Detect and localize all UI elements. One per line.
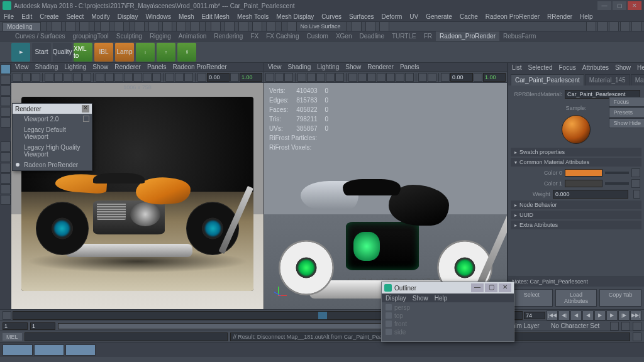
attr-section-uuid[interactable]: UUID <box>511 211 641 219</box>
range-start-input[interactable] <box>3 322 28 330</box>
shelf-tab[interactable]: FX Caching <box>262 31 303 41</box>
layout-two-side[interactable] <box>1 163 11 173</box>
menu-curves[interactable]: Curves <box>321 13 341 20</box>
color1-chip[interactable] <box>565 180 602 187</box>
live-surface-icon[interactable] <box>287 21 297 31</box>
attr-select-button[interactable]: Select <box>511 289 553 307</box>
vp-tex-icon[interactable] <box>114 73 123 82</box>
new-scene-icon[interactable] <box>52 21 62 31</box>
vp-bookmark-icon[interactable] <box>22 73 31 82</box>
task-button[interactable] <box>34 344 64 356</box>
undo-icon[interactable] <box>100 21 110 31</box>
vp-gamma-value[interactable]: 1.00 <box>483 73 506 82</box>
select-tool[interactable] <box>1 64 11 74</box>
menu-select[interactable]: Select <box>66 13 84 20</box>
vpmenu-lighting[interactable]: Lighting <box>317 63 339 70</box>
shelf-tab[interactable]: Rendering <box>210 31 247 41</box>
attr-tab[interactable]: Material_141 <box>631 74 644 85</box>
menu-help[interactable]: Help <box>580 13 593 20</box>
sidebar-toggle-icon[interactable] <box>597 21 608 31</box>
select-face-icon[interactable] <box>162 21 172 31</box>
shelf-tab[interactable]: Custom <box>303 31 331 41</box>
vp-image-icon[interactable] <box>31 73 40 82</box>
shelf-tab[interactable]: XGen <box>332 31 356 41</box>
attr-notes[interactable]: Notes: Car_Paint_Pearlescent <box>508 277 644 287</box>
open-scene-icon[interactable] <box>65 21 75 31</box>
char-set-dropdown[interactable]: No Character Set <box>551 322 608 329</box>
snap-curve-icon[interactable] <box>225 21 235 31</box>
vpmenu-panels[interactable]: Panels <box>147 63 167 70</box>
vp-light-icon[interactable] <box>377 73 386 82</box>
sym2-icon[interactable] <box>365 21 375 31</box>
vp-xray-icon[interactable] <box>175 73 184 82</box>
paint-tool[interactable] <box>1 85 11 96</box>
save-scene-icon[interactable] <box>79 21 89 31</box>
vpmenu-shading[interactable]: Shading <box>35 63 58 70</box>
vp-film-icon[interactable] <box>307 73 316 82</box>
range-bar[interactable] <box>58 323 435 329</box>
outliner-window[interactable]: Outliner — ▢ ✕ Display Show Help persp t… <box>381 282 514 342</box>
shelf-tab[interactable]: Curves / Surfaces <box>11 31 69 41</box>
vp-wire-icon[interactable] <box>348 73 357 82</box>
vp-iso-icon[interactable] <box>165 73 174 82</box>
outliner-menu-help[interactable]: Help <box>435 295 448 302</box>
vpmenu-panels[interactable]: Panels <box>400 63 419 70</box>
move-tool[interactable] <box>1 96 11 106</box>
renderer-popup-header[interactable]: Renderer× <box>13 104 92 114</box>
attr-load-button[interactable]: Load Attributes <box>555 289 597 307</box>
renderer-option-selected[interactable]: Radeon ProRender <box>13 160 92 170</box>
shelf-tab[interactable]: FR <box>420 31 436 41</box>
color0-chip[interactable] <box>565 169 602 177</box>
snap-point-icon[interactable] <box>238 21 248 31</box>
select-obj-icon[interactable] <box>176 21 186 31</box>
attr-section-common[interactable]: Common Material Attributes <box>511 158 641 167</box>
vp-safe-icon[interactable] <box>316 73 325 82</box>
maximize-button[interactable]: ▢ <box>613 1 626 10</box>
menu-rpr[interactable]: Radeon ProRender <box>486 13 540 20</box>
vp-shadow-icon[interactable] <box>386 73 395 82</box>
close-button[interactable]: ✕ <box>628 1 641 10</box>
menu-meshtools[interactable]: Mesh Tools <box>237 13 269 20</box>
color1-slider[interactable] <box>605 182 629 185</box>
vpmenu-lighting[interactable]: Lighting <box>64 63 86 70</box>
attr-section-swatch[interactable]: Swatch properties <box>511 148 641 156</box>
vp-exposure-value[interactable]: 0.00 <box>207 73 230 82</box>
vp-shadow-icon[interactable] <box>133 73 142 82</box>
attr-section-extra[interactable]: Extra Attributes <box>511 221 641 229</box>
maximize-button[interactable]: ▢ <box>485 283 497 292</box>
attr-focus-button[interactable]: Focus <box>609 97 644 107</box>
current-frame-input[interactable] <box>524 312 545 319</box>
play-start-input[interactable] <box>30 322 55 330</box>
menu-meshdisplay[interactable]: Mesh Display <box>276 13 314 20</box>
outliner-item[interactable]: side <box>384 328 511 336</box>
outliner-item[interactable]: top <box>384 312 511 320</box>
vp-wire-icon[interactable] <box>96 73 104 82</box>
menu-editmesh[interactable]: Edit Mesh <box>201 13 229 20</box>
time-cursor[interactable] <box>318 312 327 319</box>
step-fwd-button[interactable]: |▶ <box>618 310 630 321</box>
renderer-option[interactable]: Legacy High Quality Viewport <box>13 142 92 160</box>
outliner-titlebar[interactable]: Outliner — ▢ ✕ <box>382 282 514 293</box>
shelf-tab[interactable]: groupingTool <box>69 31 112 41</box>
scale-tool[interactable] <box>1 118 11 128</box>
command-input[interactable] <box>25 332 228 341</box>
shelf-tab[interactable]: FX <box>247 31 262 41</box>
vp-bookmark-icon[interactable] <box>275 73 284 82</box>
attr-menu-attributes[interactable]: Attributes <box>582 64 609 71</box>
select-vert-icon[interactable] <box>135 21 145 31</box>
vp-reso-icon[interactable] <box>326 73 335 82</box>
weight-input[interactable] <box>553 190 628 199</box>
snap-live-icon[interactable] <box>266 21 276 31</box>
map-icon[interactable] <box>633 190 640 199</box>
minimize-button[interactable]: — <box>597 1 611 10</box>
attr-tab-material[interactable]: Car_Paint_Pearlescent <box>511 74 584 85</box>
material-swatch[interactable] <box>562 115 591 144</box>
shelf-tab[interactable]: Rigging <box>146 31 175 41</box>
key-back-button[interactable]: ◀ <box>570 310 582 321</box>
attr-menu-selected[interactable]: Selected <box>528 64 553 71</box>
layout-four[interactable] <box>1 152 11 162</box>
layout-two-stack[interactable] <box>1 173 11 184</box>
layout-outliner[interactable] <box>1 195 11 205</box>
vp-exposure-value[interactable]: 0.00 <box>450 73 473 82</box>
menu-deform[interactable]: Deform <box>382 13 402 20</box>
